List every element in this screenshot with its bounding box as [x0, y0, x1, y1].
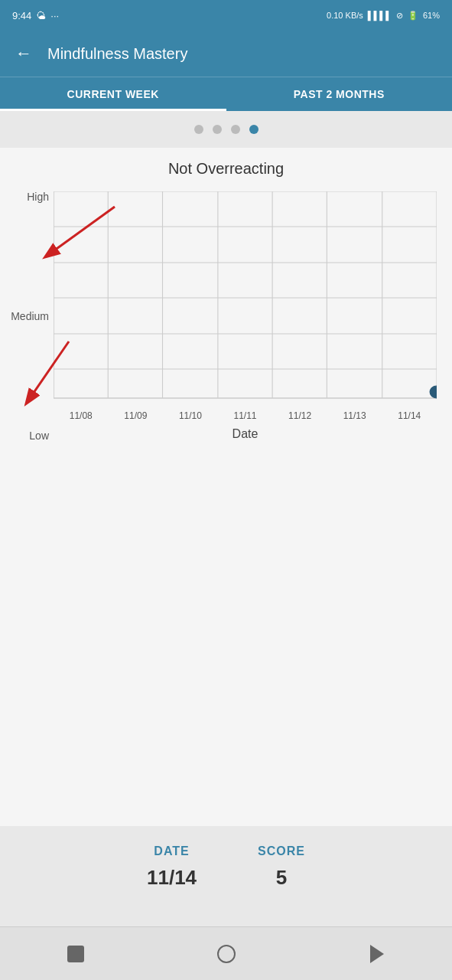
app-header: ← Mindfulness Mastery [0, 31, 452, 77]
tab-bar: CURRENT WEEK PAST 2 MONTHS [0, 77, 452, 111]
status-left: 9:44 🌤 ··· [12, 10, 59, 21]
chart-outer: High Medium Low [0, 184, 452, 487]
x-axis-title: Date [54, 427, 437, 441]
chart-title: Not Overreacting [0, 148, 452, 184]
score-stat: SCORE 5 [258, 844, 305, 890]
status-dots: ··· [50, 10, 59, 21]
weather-icon: 🌤 [36, 10, 46, 21]
stats-row: DATE 11/14 SCORE 5 [0, 844, 452, 890]
dot-2[interactable] [213, 125, 222, 134]
data-speed: 0.10 KB/s [327, 11, 363, 20]
status-time: 9:44 [12, 10, 31, 21]
y-label-high: High [27, 191, 49, 202]
bottom-navigation [0, 926, 452, 980]
dot-1[interactable] [194, 125, 203, 134]
x-label-0: 11/08 [54, 410, 109, 421]
status-right: 0.10 KB/s ▌▌▌▌ ⊘ 🔋 61% [327, 11, 440, 21]
chart-section: Not Overreacting High Medium [0, 148, 452, 826]
nav-square-button[interactable] [60, 939, 91, 969]
square-icon [67, 946, 84, 962]
x-label-2: 11/10 [163, 410, 218, 421]
date-stat: DATE 11/14 [147, 844, 197, 890]
x-axis: 11/08 11/09 11/10 11/11 11/12 11/13 11/1… [54, 406, 437, 421]
x-label-5: 11/13 [327, 410, 382, 421]
y-label-low: Low [29, 430, 49, 441]
date-value: 11/14 [147, 866, 197, 890]
battery-level: 61% [423, 11, 440, 20]
score-label: SCORE [258, 844, 305, 858]
x-label-3: 11/11 [218, 410, 273, 421]
data-point[interactable] [430, 386, 437, 398]
pagination-dots [0, 111, 452, 148]
tab-past-2-months[interactable]: PAST 2 MONTHS [226, 77, 453, 111]
status-bar: 9:44 🌤 ··· 0.10 KB/s ▌▌▌▌ ⊘ 🔋 61% [0, 0, 452, 31]
x-label-1: 11/09 [109, 410, 164, 421]
stats-section: DATE 11/14 SCORE 5 [0, 826, 452, 926]
score-value: 5 [276, 866, 287, 890]
nav-home-button[interactable] [211, 939, 242, 969]
x-label-4: 11/12 [272, 410, 327, 421]
dot-3[interactable] [231, 125, 240, 134]
x-label-6: 11/14 [382, 410, 437, 421]
date-label: DATE [154, 844, 189, 858]
chart-svg [54, 191, 437, 406]
chart-wrapper: High Medium Low [0, 184, 452, 487]
y-label-medium: Medium [11, 311, 49, 322]
page-title: Mindfulness Mastery [47, 45, 187, 63]
dot-4[interactable] [249, 125, 259, 134]
back-icon [370, 945, 384, 963]
signal-icon: ▌▌▌▌ [368, 11, 392, 20]
battery-icon: 🔋 [408, 11, 418, 21]
back-button[interactable]: ← [12, 41, 35, 67]
circle-icon [217, 945, 236, 963]
wifi-icon: ⊘ [396, 11, 403, 21]
chart-area [54, 191, 437, 406]
y-axis: High Medium Low [6, 191, 49, 441]
nav-back-button[interactable] [362, 939, 392, 969]
tab-current-week[interactable]: CURRENT WEEK [0, 77, 226, 111]
